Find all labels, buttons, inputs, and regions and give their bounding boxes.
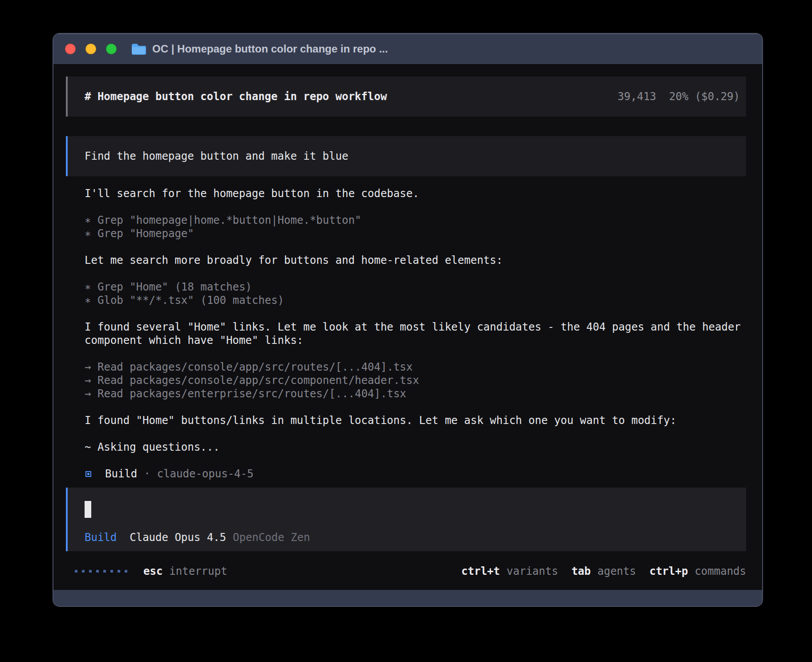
traffic-lights <box>65 44 117 54</box>
terminal-window: OC | Homepage button color change in rep… <box>53 34 762 606</box>
keybind-interrupt: esc interrupt <box>143 565 227 578</box>
keybind-key: ctrl+t <box>461 565 500 578</box>
keybind-key: ctrl+p <box>650 565 688 578</box>
keybind-key: esc <box>143 565 162 578</box>
separator-dot: · <box>144 467 150 480</box>
token-count: 39,413 <box>617 90 656 103</box>
status-footer: esc interrupt ctrl+t variants tab agents… <box>66 565 746 578</box>
agent-square-icon <box>85 471 91 477</box>
agent-status-line: Build · claude-opus-4-5 <box>85 467 746 480</box>
keybind-variants: ctrl+t variants <box>461 565 558 578</box>
mode-badge: Build <box>85 531 117 544</box>
tool-call-group: ∗ Grep "Home" (18 matches) ∗ Glob "**/*.… <box>85 280 746 307</box>
session-title: # Homepage button color change in repo w… <box>85 90 387 103</box>
assistant-text: I found "Home" buttons/links in multiple… <box>85 414 746 427</box>
arrow-right-icon: → <box>85 360 97 374</box>
user-message: Find the homepage button and make it blu… <box>66 136 746 176</box>
asterisk-icon: ∗ <box>85 280 97 294</box>
tool-call-read: → Read packages/enterprise/src/routes/[.… <box>85 387 746 400</box>
window-titlebar: OC | Homepage button color change in rep… <box>53 34 762 64</box>
tool-call-label: Glob "**/*.tsx" (100 matches) <box>97 294 284 307</box>
tool-call-label: Grep "Home" (18 matches) <box>97 280 252 294</box>
window-title: OC | Homepage button color change in rep… <box>152 43 388 55</box>
minimize-button[interactable] <box>85 44 96 54</box>
close-button[interactable] <box>65 44 76 54</box>
asterisk-icon: ∗ <box>85 294 97 307</box>
window-bottom-bar <box>53 590 762 606</box>
asterisk-icon: ∗ <box>85 214 97 227</box>
session-header: # Homepage button color change in repo w… <box>66 77 746 117</box>
tool-call-label: Grep "homepage|home.*button|Home.*button… <box>97 214 361 227</box>
keybind-key: tab <box>572 565 591 578</box>
keybind-label: variants <box>507 565 558 578</box>
keybind-label: agents <box>597 565 636 578</box>
assistant-text: Let me search more broadly for buttons a… <box>85 254 746 267</box>
keybind-label: commands <box>694 565 746 578</box>
footer-right: ctrl+t variants tab agents ctrl+p comman… <box>461 565 746 578</box>
arrow-right-icon: → <box>85 374 97 387</box>
asterisk-icon: ∗ <box>85 227 97 240</box>
tool-call-read: → Read packages/console/app/src/componen… <box>85 374 746 387</box>
model-status-line: Build Claude Opus 4.5 OpenCode Zen <box>85 531 740 544</box>
assistant-text: I found several "Home" links. Let me loo… <box>85 320 746 347</box>
session-stats: 39,413 20% ($0.29) <box>617 90 740 103</box>
prompt-input[interactable]: Build Claude Opus 4.5 OpenCode Zen <box>66 488 746 551</box>
context-cost: 20% ($0.29) <box>669 90 740 103</box>
keybind-label: interrupt <box>169 565 227 578</box>
agent-model: claude-opus-4-5 <box>157 467 254 480</box>
text-cursor <box>85 501 91 518</box>
tool-call-grep: ∗ Grep "homepage|home.*button|Home.*butt… <box>85 214 746 227</box>
assistant-text: I'll search for the homepage button in t… <box>85 187 746 200</box>
arrow-right-icon: → <box>85 387 97 400</box>
folder-icon <box>131 43 146 55</box>
input-value <box>85 501 740 518</box>
agent-name: Build <box>105 467 137 480</box>
asking-questions-status: ~ Asking questions... <box>85 440 746 454</box>
tool-call-label: Read packages/console/app/src/routes/[..… <box>97 360 413 374</box>
working-spinner <box>75 570 127 573</box>
tool-call-grep: ∗ Grep "Home" (18 matches) <box>85 280 746 294</box>
tool-call-read: → Read packages/console/app/src/routes/[… <box>85 360 746 374</box>
terminal-content: # Homepage button color change in repo w… <box>53 64 762 590</box>
provider-name: OpenCode Zen <box>233 531 310 544</box>
tool-call-group: ∗ Grep "homepage|home.*button|Home.*butt… <box>85 214 746 240</box>
model-name: Claude Opus 4.5 <box>130 531 226 544</box>
tool-call-grep: ∗ Grep "Homepage" <box>85 227 746 240</box>
tool-call-group: → Read packages/console/app/src/routes/[… <box>85 360 746 400</box>
tool-call-label: Read packages/enterprise/src/routes/[...… <box>97 387 406 400</box>
tool-call-label: Read packages/console/app/src/component/… <box>97 374 419 387</box>
keybind-agents: tab agents <box>572 565 636 578</box>
tool-call-label: Grep "Homepage" <box>97 227 194 240</box>
footer-left: esc interrupt <box>75 565 227 578</box>
zoom-button[interactable] <box>106 44 117 54</box>
tool-call-glob: ∗ Glob "**/*.tsx" (100 matches) <box>85 294 746 307</box>
keybind-commands: ctrl+p commands <box>650 565 746 578</box>
